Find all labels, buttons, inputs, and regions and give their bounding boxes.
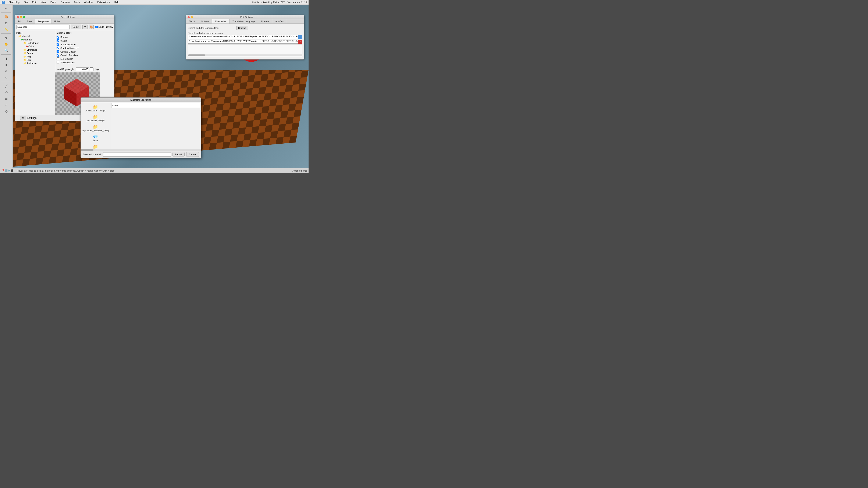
shadow-caster-checkbox[interactable] <box>57 43 59 46</box>
select-button[interactable]: Select <box>71 25 81 29</box>
toolbar-move[interactable]: ✥ <box>3 62 9 68</box>
close-button[interactable] <box>17 16 19 18</box>
import-button[interactable]: Import <box>173 152 185 157</box>
weld-vertices-checkbox[interactable] <box>57 61 59 64</box>
folder-icon-illum: 📁 <box>93 144 98 149</box>
checkbox-caustic-receiver[interactable]: Caustic Receiver <box>57 53 113 57</box>
checkbox-caustic-caster[interactable]: Caustic Caster <box>57 50 113 53</box>
checkbox-exit-blocker[interactable]: Exit Blocker <box>57 57 113 61</box>
material-circle <box>21 39 23 40</box>
tree-material-folder[interactable]: 📁 Material <box>16 35 54 38</box>
toolbar-polygon[interactable]: ⬡ <box>3 108 9 115</box>
hard-edge-input[interactable] <box>76 67 89 71</box>
library-lampshade-twilight[interactable]: 📁 Lampshade_Twilight <box>82 113 109 123</box>
toolbar-select[interactable]: ↖ <box>3 5 9 11</box>
tab-edit[interactable]: Edit <box>15 19 24 24</box>
checkbox-enable[interactable]: Enable <box>57 35 113 39</box>
browse-button[interactable]: Browse <box>236 26 248 30</box>
shadow-receiver-checkbox[interactable] <box>57 46 59 50</box>
options-close[interactable] <box>188 16 190 18</box>
toolbar-line[interactable]: ╱ <box>3 83 9 89</box>
material-root-panel: Material Root Enable Visible Shadow Cast… <box>55 30 114 72</box>
tree-root[interactable]: root <box>16 31 54 35</box>
selected-material-input[interactable] <box>103 152 171 157</box>
toolbar-rotate[interactable]: ⟳ <box>3 68 9 74</box>
tab-directories[interactable]: Directories <box>212 19 230 24</box>
menu-draw[interactable]: Draw <box>50 1 57 4</box>
toolbar-circle[interactable]: ○ <box>3 102 9 108</box>
checkbox-visible[interactable]: Visible <box>57 39 113 42</box>
tree-reflectance[interactable]: 📁 Reflectance <box>16 41 54 45</box>
scrollbar-thumb[interactable] <box>188 55 205 56</box>
options-min[interactable] <box>191 16 193 18</box>
path-item-1: /Users/marie-evemartel/Documents/ARTS VI… <box>188 35 302 39</box>
checkbox-shadow-receiver[interactable]: Shadow Receiver <box>57 46 113 50</box>
color-picker-button[interactable]: 🎨 <box>89 25 94 29</box>
menu-edit[interactable]: Edit <box>31 1 37 4</box>
toolbar-orbit[interactable]: ↺ <box>3 35 9 41</box>
menu-camera[interactable]: Camera <box>60 1 70 4</box>
tree-fog[interactable]: 📁 Fog <box>16 55 54 58</box>
library-lampshades-fastfake[interactable]: 📁 Lampshades_FastFake_Twilight <box>82 124 109 133</box>
menu-tools[interactable]: Tools <box>73 1 81 4</box>
checkbox-shadow-caster[interactable]: Shadow Caster <box>57 42 113 46</box>
minimize-button[interactable] <box>20 16 22 18</box>
tab-translation[interactable]: Translation Language <box>229 19 258 24</box>
menu-help[interactable]: Help <box>113 1 120 4</box>
path-add-button[interactable]: + <box>298 35 302 39</box>
search-path-label: Search path for resource files: <box>188 27 235 29</box>
dropdown-button[interactable]: ▼ <box>83 25 88 29</box>
settings-button[interactable]: ⚙ <box>20 116 26 120</box>
scrollbar[interactable] <box>188 55 302 56</box>
menu-window[interactable]: Window <box>83 1 94 4</box>
accept-icon[interactable]: ✓ <box>16 116 19 120</box>
tab-about[interactable]: About <box>186 19 198 24</box>
toolbar-paint[interactable]: 🎨 <box>3 14 9 20</box>
tab-editor[interactable]: Editor <box>52 19 63 24</box>
node-preview-checkbox[interactable] <box>95 26 98 28</box>
tree-radiance[interactable]: 📁 Radiance <box>16 62 54 65</box>
toolbar-zoom[interactable]: 🔍 <box>3 47 9 53</box>
tab-addons[interactable]: AddOns <box>272 19 287 24</box>
toolbar-scale[interactable]: ⤡ <box>3 75 9 81</box>
library-gems[interactable]: 💎 Gems <box>82 133 109 142</box>
search-paths-label: Search paths for material libraries: <box>188 32 302 34</box>
cancel-button[interactable]: Cancel <box>186 152 199 157</box>
checkbox-weld-vertices[interactable]: Weld Vertices <box>57 61 113 64</box>
menu-file[interactable]: File <box>23 1 29 4</box>
library-illuminants[interactable]: 📁 Illuminants II <box>82 143 109 149</box>
caustic-receiver-checkbox[interactable] <box>57 54 59 57</box>
toolbar-pan[interactable]: ✋ <box>3 41 9 47</box>
visible-checkbox[interactable] <box>57 39 59 42</box>
caustic-caster-checkbox[interactable] <box>57 50 59 53</box>
none-field[interactable] <box>111 103 200 108</box>
tree-clip[interactable]: 📁 Clip <box>16 58 54 62</box>
menu-view[interactable]: View <box>40 1 47 4</box>
toolbar-tape[interactable]: 📏 <box>3 27 9 32</box>
enable-checkbox[interactable] <box>57 36 59 38</box>
menu-extensions[interactable]: Extensions <box>96 1 111 4</box>
tab-options[interactable]: Options <box>198 19 212 24</box>
node-preview-toggle[interactable]: Node Preview <box>95 26 113 28</box>
tree-emittance[interactable]: 📁 Emittance <box>16 48 54 52</box>
tree-bump[interactable]: 📁 Bump <box>16 52 54 55</box>
maximize-button[interactable] <box>23 16 25 18</box>
measurements-label: Measurements <box>291 169 307 172</box>
path-scroll-area <box>188 44 302 57</box>
exit-blocker-checkbox[interactable] <box>57 57 59 60</box>
material-name-input[interactable] <box>16 25 69 29</box>
tab-license[interactable]: License <box>258 19 272 24</box>
toolbar-push-pull[interactable]: ⬆ <box>3 56 9 62</box>
toolbar-erase[interactable]: ◻ <box>3 20 9 26</box>
toolbar-arc[interactable]: ◠ <box>3 89 9 95</box>
library-architectural-twilight[interactable]: 📁 Architectural_Twilight <box>82 104 109 113</box>
dialog-scrollbar[interactable] <box>81 149 201 151</box>
path-remove-button[interactable]: ✕ <box>298 40 302 44</box>
toolbar-rect[interactable]: ▭ <box>3 96 9 102</box>
tree-color[interactable]: Color <box>16 45 54 48</box>
hard-edge-stepper[interactable] <box>90 67 93 71</box>
tab-tools[interactable]: Tools <box>24 19 35 24</box>
tab-templates[interactable]: Templates <box>35 19 52 24</box>
tree-material-node[interactable]: Material <box>16 38 54 41</box>
menu-sketchup[interactable]: SketchUp <box>8 1 20 4</box>
